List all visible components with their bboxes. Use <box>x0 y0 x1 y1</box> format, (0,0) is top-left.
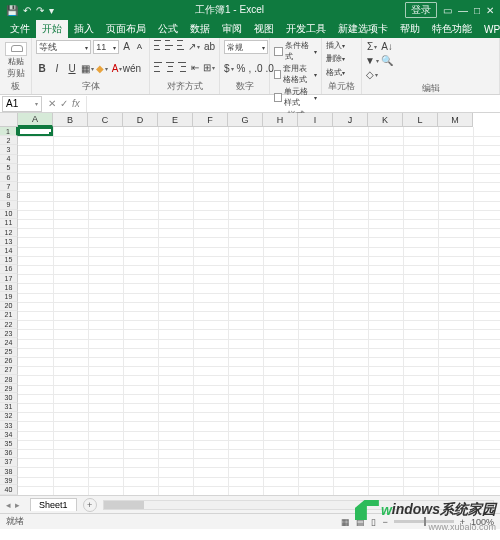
normal-view-icon[interactable]: ▦ <box>341 517 350 527</box>
minimize-icon[interactable]: — <box>458 5 468 16</box>
tab-help[interactable]: 帮助 <box>394 20 426 38</box>
row-header-39[interactable]: 39 <box>0 476 18 485</box>
align-bot-icon[interactable] <box>177 40 184 50</box>
percent-icon[interactable]: % <box>237 62 246 74</box>
cancel-fx-icon[interactable]: ✕ <box>48 98 56 109</box>
number-format-select[interactable]: 常规▾ <box>224 40 268 54</box>
row-header-11[interactable]: 11 <box>0 219 18 228</box>
row-header-18[interactable]: 18 <box>0 283 18 292</box>
align-center-icon[interactable] <box>166 62 174 72</box>
qat-more-icon[interactable]: ▾ <box>49 5 54 16</box>
save-icon[interactable]: 💾 <box>6 5 18 16</box>
spreadsheet-grid[interactable]: ABCDEFGHIJKLM 12345678910111213141516171… <box>0 113 500 495</box>
row-header-40[interactable]: 40 <box>0 485 18 494</box>
col-header-B[interactable]: B <box>53 113 88 127</box>
row-header-10[interactable]: 10 <box>0 210 18 219</box>
italic-icon[interactable]: I <box>51 63 63 75</box>
border-icon[interactable]: ▦ <box>81 63 93 75</box>
zoom-out-icon[interactable]: − <box>382 517 387 527</box>
row-header-4[interactable]: 4 <box>0 155 18 164</box>
clear-icon[interactable]: ◇ <box>366 68 378 80</box>
merge-icon[interactable]: ⊞ <box>203 62 215 74</box>
row-header-5[interactable]: 5 <box>0 164 18 173</box>
col-header-E[interactable]: E <box>158 113 193 127</box>
row-header-35[interactable]: 35 <box>0 439 18 448</box>
col-header-C[interactable]: C <box>88 113 123 127</box>
underline-icon[interactable]: U <box>66 63 78 75</box>
row-header-38[interactable]: 38 <box>0 467 18 476</box>
tab-formulas[interactable]: 公式 <box>152 20 184 38</box>
row-header-25[interactable]: 25 <box>0 348 18 357</box>
paste-icon[interactable] <box>5 42 27 56</box>
row-header-22[interactable]: 22 <box>0 320 18 329</box>
sheet-tab[interactable]: Sheet1 <box>30 498 77 511</box>
wrap-icon[interactable]: ab <box>204 40 215 52</box>
insert-button[interactable]: 插入▾ <box>326 40 357 51</box>
row-header-36[interactable]: 36 <box>0 449 18 458</box>
page-layout-icon[interactable]: ▤ <box>356 517 365 527</box>
tab-special[interactable]: 特色功能 <box>426 20 478 38</box>
tab-file[interactable]: 文件 <box>4 20 36 38</box>
align-mid-icon[interactable] <box>165 40 172 50</box>
name-box[interactable]: A1▾ <box>2 96 42 112</box>
shrink-font-icon[interactable]: A <box>134 40 145 52</box>
row-header-3[interactable]: 3 <box>0 145 18 154</box>
grow-font-icon[interactable]: A <box>121 40 132 52</box>
find-icon[interactable]: 🔍 <box>381 54 393 66</box>
phonetic-icon[interactable]: wén <box>126 63 138 75</box>
tab-insert[interactable]: 插入 <box>68 20 100 38</box>
page-break-icon[interactable]: ▯ <box>371 517 376 527</box>
row-header-27[interactable]: 27 <box>0 366 18 375</box>
ribbon-opts-icon[interactable]: ▭ <box>443 5 452 16</box>
row-header-13[interactable]: 13 <box>0 237 18 246</box>
tab-layout[interactable]: 页面布局 <box>100 20 152 38</box>
row-header-17[interactable]: 17 <box>0 274 18 283</box>
row-header-30[interactable]: 30 <box>0 393 18 402</box>
font-size-select[interactable]: 11▾ <box>93 40 119 54</box>
row-header-2[interactable]: 2 <box>0 136 18 145</box>
col-header-F[interactable]: F <box>193 113 228 127</box>
currency-icon[interactable]: $ <box>224 62 234 74</box>
row-header-29[interactable]: 29 <box>0 384 18 393</box>
row-header-15[interactable]: 15 <box>0 256 18 265</box>
col-header-G[interactable]: G <box>228 113 263 127</box>
active-cell[interactable] <box>18 127 53 136</box>
font-name-select[interactable]: 等线▾ <box>36 40 91 54</box>
row-header-6[interactable]: 6 <box>0 173 18 182</box>
row-header-12[interactable]: 12 <box>0 228 18 237</box>
row-header-37[interactable]: 37 <box>0 458 18 467</box>
close-icon[interactable]: ✕ <box>486 5 494 16</box>
align-left-icon[interactable] <box>154 62 162 72</box>
paste-label[interactable]: 粘贴 <box>8 56 24 67</box>
formula-input[interactable] <box>86 96 500 112</box>
col-header-A[interactable]: A <box>18 113 53 127</box>
row-header-20[interactable]: 20 <box>0 302 18 311</box>
redo-icon[interactable]: ↷ <box>36 5 44 16</box>
tab-view[interactable]: 视图 <box>248 20 280 38</box>
row-header-9[interactable]: 9 <box>0 201 18 210</box>
col-header-I[interactable]: I <box>298 113 333 127</box>
tab-data[interactable]: 数据 <box>184 20 216 38</box>
format-button[interactable]: 格式▾ <box>326 67 357 78</box>
bold-icon[interactable]: B <box>36 63 48 75</box>
orientation-icon[interactable]: ↗ <box>188 40 200 52</box>
font-color-icon[interactable]: A <box>111 63 123 75</box>
row-header-33[interactable]: 33 <box>0 421 18 430</box>
row-header-23[interactable]: 23 <box>0 329 18 338</box>
comma-icon[interactable]: , <box>248 62 251 74</box>
select-all-corner[interactable] <box>0 113 18 127</box>
row-header-32[interactable]: 32 <box>0 412 18 421</box>
row-header-14[interactable]: 14 <box>0 246 18 255</box>
col-header-H[interactable]: H <box>263 113 298 127</box>
tab-prev-icon[interactable]: ▸ <box>15 500 20 510</box>
cells-area[interactable] <box>18 127 500 495</box>
row-header-19[interactable]: 19 <box>0 292 18 301</box>
row-header-7[interactable]: 7 <box>0 182 18 191</box>
col-header-J[interactable]: J <box>333 113 368 127</box>
align-top-icon[interactable] <box>154 40 161 50</box>
col-header-L[interactable]: L <box>403 113 438 127</box>
row-header-8[interactable]: 8 <box>0 191 18 200</box>
col-header-K[interactable]: K <box>368 113 403 127</box>
row-header-16[interactable]: 16 <box>0 265 18 274</box>
tab-review[interactable]: 审阅 <box>216 20 248 38</box>
